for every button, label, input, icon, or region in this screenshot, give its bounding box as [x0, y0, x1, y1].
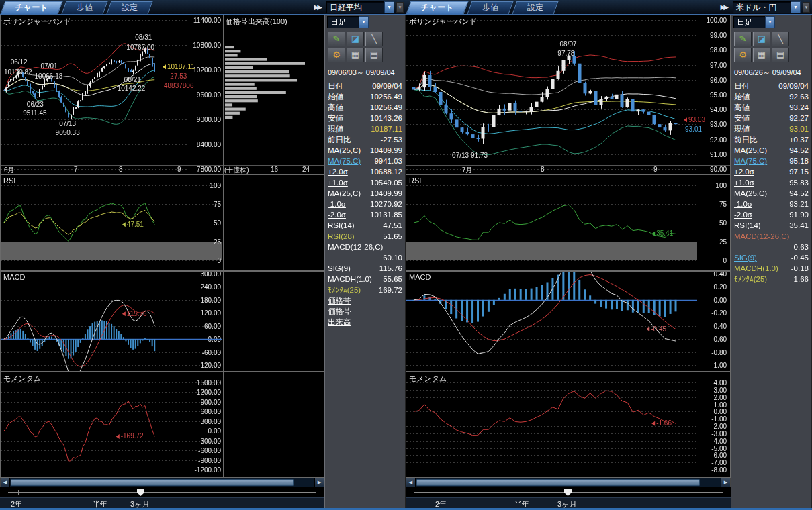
info-row: 価格帯: [325, 295, 405, 306]
range-track[interactable]: [8, 492, 316, 493]
info-label: 前日比: [328, 134, 351, 145]
left-period-select[interactable]: 日足 ▼: [327, 16, 369, 28]
left-period-row: 日足 ▼: [325, 15, 405, 30]
right-main-chart[interactable]: [406, 15, 731, 174]
tab-label: チャート: [3, 1, 60, 14]
tab-settings-left[interactable]: 設定: [109, 1, 150, 14]
trendline-button[interactable]: ╲: [772, 32, 789, 46]
right-scroll-track[interactable]: [416, 478, 721, 487]
info-value: 93.21: [789, 199, 809, 209]
left-symbol-extra-button[interactable]: ▼: [396, 2, 404, 13]
highlighter-button[interactable]: ◪: [347, 32, 364, 46]
info-row: RSI(14)47.51: [325, 220, 405, 231]
scroll-left-button[interactable]: ◀: [406, 478, 416, 487]
info-link[interactable]: SIG(9): [328, 263, 351, 274]
info-link[interactable]: 出来高: [328, 317, 351, 327]
left-main-chart[interactable]: [0, 15, 324, 174]
grid-tool-button[interactable]: ▦: [753, 48, 770, 62]
pencil-button[interactable]: ✎: [328, 32, 345, 46]
info-link[interactable]: +2.0σ: [734, 166, 754, 177]
info-link[interactable]: -2.0σ: [734, 209, 752, 220]
left-scroll-thumb[interactable]: [11, 479, 294, 486]
info-link[interactable]: MA(75,C): [328, 156, 361, 166]
pencil-button[interactable]: ✎: [734, 32, 752, 46]
info-link[interactable]: SIG(9): [734, 252, 757, 263]
highlighter-button[interactable]: ◪: [753, 32, 770, 46]
left-symbol-select[interactable]: 日経平均 ▼: [326, 1, 394, 13]
left-scroll-track[interactable]: [10, 478, 314, 487]
expand-button-left[interactable]: ▶▶: [314, 3, 320, 11]
scroll-right-button[interactable]: ▶: [721, 478, 730, 487]
left-symbol-bar: 日経平均 ▼ ▼: [324, 0, 406, 15]
gear-button[interactable]: ⚙: [328, 48, 345, 62]
right-symbol-extra-button[interactable]: ▼: [803, 2, 810, 13]
info-label: RSI(14): [734, 220, 761, 231]
left-macd-chart[interactable]: [0, 271, 324, 372]
info-link[interactable]: RSI(28): [328, 231, 355, 242]
info-link[interactable]: 価格帯: [328, 295, 351, 306]
right-period-select[interactable]: 日足 ▼: [733, 16, 775, 28]
trendline-button[interactable]: ╲: [365, 32, 383, 46]
tab-settings-right[interactable]: 設定: [514, 1, 556, 14]
left-rsi-chart[interactable]: [0, 174, 324, 271]
info-link[interactable]: MA(75,C): [734, 156, 767, 166]
left-momentum-chart[interactable]: [0, 372, 324, 478]
info-row: MA(75,C)9941.03: [325, 156, 405, 166]
info-value: 10256.49: [370, 102, 402, 113]
printer-button[interactable]: ▤: [772, 48, 789, 62]
right-macd-chart[interactable]: [406, 271, 731, 372]
info-link[interactable]: -2.0σ: [328, 209, 346, 220]
info-row: MA(75,C)95.18: [731, 156, 811, 166]
info-value: 94.52: [789, 188, 809, 199]
info-link[interactable]: +1.0σ: [328, 177, 348, 188]
info-row: MACD(12-26,C): [325, 242, 405, 252]
tab-quotes-right[interactable]: 歩値: [469, 1, 511, 14]
info-value: -169.72: [376, 285, 402, 295]
right-momentum-chart[interactable]: [406, 372, 731, 478]
scroll-left-button[interactable]: ◀: [1, 478, 10, 487]
chevron-down-icon[interactable]: ▼: [359, 16, 369, 28]
info-link[interactable]: 価格帯: [328, 306, 351, 317]
tab-chart-right[interactable]: チャート: [408, 1, 466, 14]
info-value: 91.90: [789, 209, 809, 220]
range-tick: [443, 490, 443, 495]
chevron-down-icon[interactable]: ▼: [791, 1, 801, 13]
range-thumb[interactable]: [137, 489, 144, 496]
right-rsi-chart[interactable]: [406, 174, 731, 271]
right-symbol-select[interactable]: 米ドル・円 ▼: [733, 1, 801, 13]
grid-tool-button[interactable]: ▦: [347, 48, 364, 62]
chevron-down-icon[interactable]: ▼: [384, 1, 394, 13]
expand-button-right[interactable]: ▶▶: [721, 3, 727, 11]
tab-chart-left[interactable]: チャート: [3, 1, 60, 14]
info-label: MACD(12-26,C): [328, 242, 383, 252]
tab-label: 設定: [109, 1, 150, 14]
info-link[interactable]: MA(25,C): [734, 188, 767, 199]
info-value: 94.52: [789, 145, 809, 156]
left-range-slider[interactable]: [0, 487, 324, 497]
info-link[interactable]: +1.0σ: [734, 177, 754, 188]
info-value: 51.65: [383, 231, 402, 242]
chevron-down-icon[interactable]: ▼: [765, 16, 775, 28]
scroll-right-button[interactable]: ▶: [314, 478, 324, 487]
left-scrollbar[interactable]: ◀ ▶: [0, 478, 324, 487]
right-scrollbar[interactable]: ◀ ▶: [406, 478, 731, 487]
info-value: 10187.11: [371, 123, 402, 134]
info-link[interactable]: -1.0σ: [734, 199, 752, 209]
right-scroll-thumb[interactable]: [416, 479, 700, 486]
range-tick: [101, 490, 101, 495]
range-thumb[interactable]: [564, 489, 572, 496]
gear-button[interactable]: ⚙: [734, 48, 752, 62]
right-range-slider[interactable]: [406, 487, 731, 497]
info-label: ﾓﾒﾝﾀﾑ(25): [328, 285, 361, 295]
info-link[interactable]: +2.0σ: [328, 166, 348, 177]
right-range-labels: 2年半年3ヶ月: [406, 497, 731, 508]
info-label: 日付: [328, 81, 343, 91]
info-row: 始値10256.49: [325, 91, 405, 102]
printer-button[interactable]: ▤: [365, 48, 383, 62]
gear-icon: ⚙: [739, 50, 747, 60]
tab-quotes-left[interactable]: 歩値: [64, 1, 105, 14]
info-link[interactable]: MA(25,C): [328, 188, 361, 199]
info-link[interactable]: -1.0σ: [328, 199, 346, 209]
info-row: -2.0σ91.90: [731, 209, 811, 220]
info-value: 10270.92: [370, 199, 402, 209]
